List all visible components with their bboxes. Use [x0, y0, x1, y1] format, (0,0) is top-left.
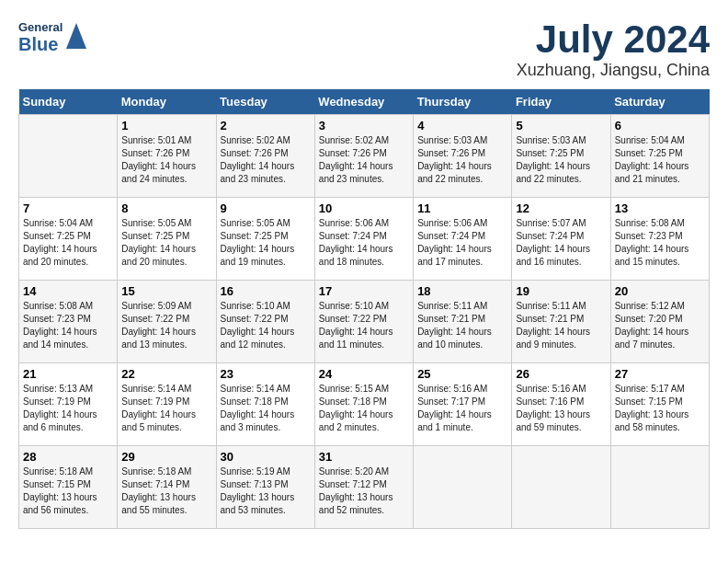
day-info: Sunrise: 5:08 AM Sunset: 7:23 PM Dayligh…: [23, 300, 113, 351]
svg-marker-0: [66, 23, 86, 49]
subtitle: Xuzhuang, Jiangsu, China: [517, 61, 710, 80]
day-info: Sunrise: 5:15 AM Sunset: 7:18 PM Dayligh…: [319, 383, 409, 434]
day-info: Sunrise: 5:03 AM Sunset: 7:25 PM Dayligh…: [516, 134, 606, 186]
day-info: Sunrise: 5:10 AM Sunset: 7:22 PM Dayligh…: [319, 300, 409, 351]
day-number: 20: [615, 284, 705, 298]
day-info: Sunrise: 5:16 AM Sunset: 7:16 PM Dayligh…: [516, 383, 606, 434]
day-info: Sunrise: 5:04 AM Sunset: 7:25 PM Dayligh…: [23, 217, 113, 269]
day-info: Sunrise: 5:02 AM Sunset: 7:26 PM Dayligh…: [319, 134, 409, 186]
day-number: 24: [319, 367, 409, 381]
day-number: 28: [23, 450, 113, 464]
calendar-cell: 11Sunrise: 5:06 AM Sunset: 7:24 PM Dayli…: [414, 198, 512, 281]
day-header-thursday: Thursday: [414, 89, 512, 115]
day-number: 4: [417, 119, 507, 132]
logo-general: General: [18, 20, 63, 34]
day-number: 25: [417, 367, 507, 381]
calendar-cell: 9Sunrise: 5:05 AM Sunset: 7:25 PM Daylig…: [216, 198, 314, 281]
day-number: 23: [221, 367, 311, 381]
calendar-cell: 15Sunrise: 5:09 AM Sunset: 7:22 PM Dayli…: [118, 281, 216, 363]
day-info: Sunrise: 5:06 AM Sunset: 7:24 PM Dayligh…: [417, 217, 507, 269]
logo-blue: Blue: [18, 34, 58, 54]
day-number: 19: [516, 284, 606, 298]
day-info: Sunrise: 5:05 AM Sunset: 7:25 PM Dayligh…: [121, 217, 211, 269]
day-info: Sunrise: 5:07 AM Sunset: 7:24 PM Dayligh…: [516, 217, 606, 269]
day-info: Sunrise: 5:19 AM Sunset: 7:13 PM Dayligh…: [221, 465, 311, 517]
calendar-cell: 6Sunrise: 5:04 AM Sunset: 7:25 PM Daylig…: [610, 115, 709, 198]
calendar-cell: 31Sunrise: 5:20 AM Sunset: 7:12 PM Dayli…: [314, 446, 413, 529]
day-number: 21: [23, 367, 113, 381]
day-number: 31: [319, 450, 409, 464]
calendar-cell: 20Sunrise: 5:12 AM Sunset: 7:20 PM Dayli…: [610, 281, 709, 363]
day-number: 15: [121, 284, 211, 298]
calendar-cell: 17Sunrise: 5:10 AM Sunset: 7:22 PM Dayli…: [314, 281, 413, 363]
day-number: 30: [221, 450, 311, 464]
day-info: Sunrise: 5:18 AM Sunset: 7:14 PM Dayligh…: [121, 465, 211, 517]
calendar-week-row: 1Sunrise: 5:01 AM Sunset: 7:26 PM Daylig…: [19, 115, 710, 198]
calendar-cell: 1Sunrise: 5:01 AM Sunset: 7:26 PM Daylig…: [118, 115, 216, 198]
page-header: General Blue July 2024 Xuzhuang, Jiangsu…: [18, 18, 710, 80]
day-number: 6: [615, 119, 705, 132]
calendar-cell: 7Sunrise: 5:04 AM Sunset: 7:25 PM Daylig…: [19, 198, 118, 281]
day-info: Sunrise: 5:18 AM Sunset: 7:15 PM Dayligh…: [23, 465, 113, 517]
day-info: Sunrise: 5:04 AM Sunset: 7:25 PM Dayligh…: [615, 134, 705, 186]
day-info: Sunrise: 5:11 AM Sunset: 7:21 PM Dayligh…: [516, 300, 606, 351]
day-number: 27: [615, 367, 705, 381]
calendar-week-row: 21Sunrise: 5:13 AM Sunset: 7:19 PM Dayli…: [19, 363, 710, 446]
day-info: Sunrise: 5:14 AM Sunset: 7:18 PM Dayligh…: [221, 383, 311, 434]
day-number: 11: [417, 201, 507, 215]
calendar-cell: 21Sunrise: 5:13 AM Sunset: 7:19 PM Dayli…: [19, 363, 118, 446]
day-number: 26: [516, 367, 606, 381]
day-number: 14: [23, 284, 113, 298]
calendar-cell: 2Sunrise: 5:02 AM Sunset: 7:26 PM Daylig…: [216, 115, 314, 198]
day-number: 8: [121, 201, 211, 215]
day-number: 13: [615, 201, 705, 215]
day-number: 29: [121, 450, 211, 464]
calendar-cell: 4Sunrise: 5:03 AM Sunset: 7:26 PM Daylig…: [414, 115, 512, 198]
day-info: Sunrise: 5:14 AM Sunset: 7:19 PM Dayligh…: [121, 383, 211, 434]
day-info: Sunrise: 5:08 AM Sunset: 7:23 PM Dayligh…: [615, 217, 705, 269]
day-info: Sunrise: 5:01 AM Sunset: 7:26 PM Dayligh…: [121, 134, 211, 186]
day-number: 7: [23, 201, 113, 215]
day-header-monday: Monday: [118, 89, 216, 115]
calendar-cell: [19, 115, 118, 198]
calendar-cell: [512, 446, 610, 529]
day-header-saturday: Saturday: [610, 89, 709, 115]
day-info: Sunrise: 5:13 AM Sunset: 7:19 PM Dayligh…: [23, 383, 113, 434]
day-number: 16: [221, 284, 311, 298]
calendar-cell: 24Sunrise: 5:15 AM Sunset: 7:18 PM Dayli…: [314, 363, 413, 446]
day-info: Sunrise: 5:03 AM Sunset: 7:26 PM Dayligh…: [417, 134, 507, 186]
day-number: 9: [221, 201, 311, 215]
day-number: 1: [121, 119, 211, 132]
title-block: July 2024 Xuzhuang, Jiangsu, China: [517, 18, 710, 80]
calendar-cell: 23Sunrise: 5:14 AM Sunset: 7:18 PM Dayli…: [216, 363, 314, 446]
day-number: 2: [221, 119, 311, 132]
day-number: 10: [319, 201, 409, 215]
calendar-cell: 3Sunrise: 5:02 AM Sunset: 7:26 PM Daylig…: [314, 115, 413, 198]
calendar-cell: 5Sunrise: 5:03 AM Sunset: 7:25 PM Daylig…: [512, 115, 610, 198]
day-info: Sunrise: 5:11 AM Sunset: 7:21 PM Dayligh…: [417, 300, 507, 351]
calendar-cell: 14Sunrise: 5:08 AM Sunset: 7:23 PM Dayli…: [19, 281, 118, 363]
day-number: 5: [516, 119, 606, 132]
calendar-cell: 10Sunrise: 5:06 AM Sunset: 7:24 PM Dayli…: [314, 198, 413, 281]
calendar-cell: [610, 446, 709, 529]
day-header-wednesday: Wednesday: [314, 89, 413, 115]
day-number: 22: [121, 367, 211, 381]
calendar-cell: 28Sunrise: 5:18 AM Sunset: 7:15 PM Dayli…: [19, 446, 118, 529]
day-info: Sunrise: 5:02 AM Sunset: 7:26 PM Dayligh…: [221, 134, 311, 186]
day-info: Sunrise: 5:05 AM Sunset: 7:25 PM Dayligh…: [221, 217, 311, 269]
day-info: Sunrise: 5:12 AM Sunset: 7:20 PM Dayligh…: [615, 300, 705, 351]
logo-icon: [66, 23, 86, 49]
calendar-cell: 8Sunrise: 5:05 AM Sunset: 7:25 PM Daylig…: [118, 198, 216, 281]
calendar-week-row: 7Sunrise: 5:04 AM Sunset: 7:25 PM Daylig…: [19, 198, 710, 281]
calendar-cell: 12Sunrise: 5:07 AM Sunset: 7:24 PM Dayli…: [512, 198, 610, 281]
day-header-tuesday: Tuesday: [216, 89, 314, 115]
logo: General Blue: [18, 18, 86, 54]
calendar-cell: 27Sunrise: 5:17 AM Sunset: 7:15 PM Dayli…: [610, 363, 709, 446]
day-info: Sunrise: 5:10 AM Sunset: 7:22 PM Dayligh…: [221, 300, 311, 351]
calendar-cell: 29Sunrise: 5:18 AM Sunset: 7:14 PM Dayli…: [118, 446, 216, 529]
day-number: 17: [319, 284, 409, 298]
calendar-week-row: 14Sunrise: 5:08 AM Sunset: 7:23 PM Dayli…: [19, 281, 710, 363]
calendar-cell: 26Sunrise: 5:16 AM Sunset: 7:16 PM Dayli…: [512, 363, 610, 446]
calendar-cell: 30Sunrise: 5:19 AM Sunset: 7:13 PM Dayli…: [216, 446, 314, 529]
day-header-sunday: Sunday: [19, 89, 118, 115]
